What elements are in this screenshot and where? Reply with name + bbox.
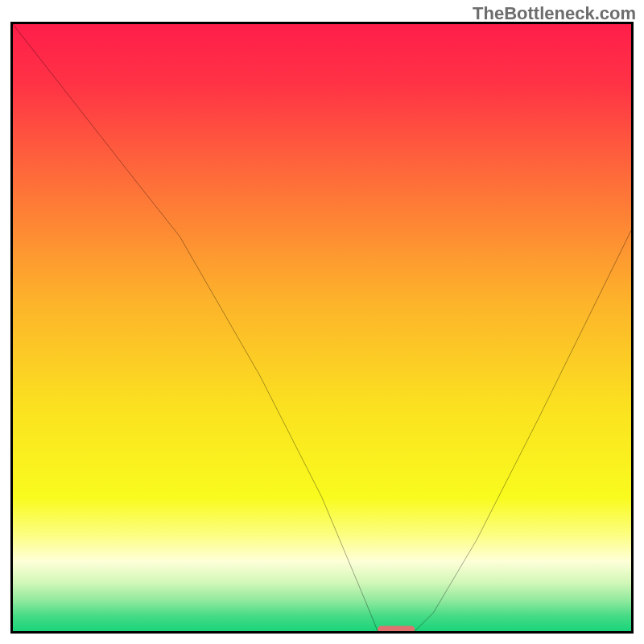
bottleneck-curve <box>13 24 631 631</box>
plot-frame <box>10 22 634 634</box>
watermark-text: TheBottleneck.com <box>473 3 636 24</box>
chart-curve-layer <box>13 24 631 631</box>
optimum-marker <box>378 626 415 631</box>
